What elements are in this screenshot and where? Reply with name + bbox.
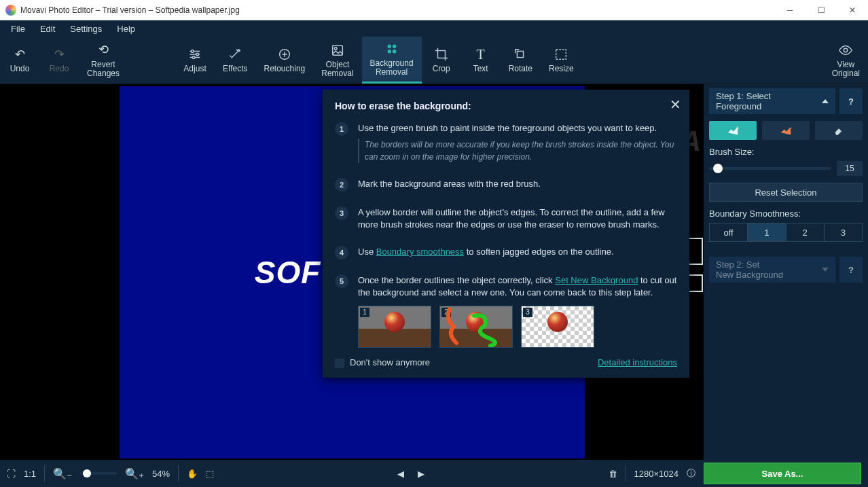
step2-text: Mark the background areas with the red b…: [358, 178, 541, 192]
revert-label: Revert Changes: [87, 60, 120, 78]
setbg-link[interactable]: Set New Background: [555, 275, 638, 285]
window-title: Movavi Photo Editor – Trial version – So…: [20, 5, 240, 15]
zoom-out-button[interactable]: 🔍₋: [53, 467, 72, 480]
resize-icon: [554, 47, 568, 62]
text-label: Text: [473, 65, 488, 73]
chevron-up-icon: [822, 99, 829, 103]
red-brush-button[interactable]: −: [762, 121, 810, 140]
menubar: File Edit Settings Help: [0, 20, 868, 37]
minimize-button[interactable]: ─: [774, 0, 806, 20]
save-as-button[interactable]: Save As...: [704, 463, 861, 484]
retouch-label: Retouching: [264, 65, 306, 73]
brush-size-value[interactable]: 15: [837, 161, 863, 176]
resize-button[interactable]: Resize: [541, 37, 582, 84]
titlebar: Movavi Photo Editor – Trial version – So…: [0, 0, 868, 20]
actual-size-button[interactable]: 1:1: [24, 469, 36, 479]
revert-button[interactable]: ⟲ Revert Changes: [79, 37, 128, 84]
green-brush-button[interactable]: +: [709, 121, 757, 140]
undo-label: Undo: [10, 65, 30, 73]
redo-button[interactable]: ↷ Redo: [39, 37, 79, 84]
info-button[interactable]: ⓘ: [687, 467, 695, 480]
side-panel: Step 1: Select Foreground ? + − Brush Si…: [704, 84, 868, 460]
svg-rect-10: [518, 51, 524, 57]
rotate-button[interactable]: Rotate: [501, 37, 541, 84]
step-number: 5: [335, 274, 348, 288]
smooth-1[interactable]: 1: [748, 223, 786, 241]
help-popup: ✕ How to erase the background: 1 Use the…: [323, 90, 689, 378]
menu-help[interactable]: Help: [110, 22, 142, 35]
effects-label: Effects: [223, 65, 247, 73]
step1-help-button[interactable]: ?: [839, 88, 863, 114]
effects-button[interactable]: Effects: [215, 37, 255, 84]
fullscreen-button[interactable]: ⛶: [7, 469, 16, 479]
bracket-connector: [689, 238, 703, 265]
reset-selection-button[interactable]: Reset Selection: [709, 183, 863, 202]
step1-text: Use the green brush to paint inside the …: [358, 122, 677, 163]
dimensions-label: 1280×1024: [634, 469, 679, 479]
svg-rect-4: [333, 45, 343, 55]
svg-point-8: [387, 50, 391, 54]
svg-point-1: [196, 53, 199, 56]
resize-label: Resize: [549, 65, 574, 73]
step1-label: Step 1: Select Foreground: [716, 91, 771, 111]
text-button[interactable]: T Text: [461, 37, 501, 84]
smooth-2[interactable]: 2: [786, 223, 825, 241]
svg-text:−: −: [789, 125, 793, 132]
popup-close-button[interactable]: ✕: [670, 96, 681, 113]
maximize-button[interactable]: ☐: [806, 0, 837, 20]
example-thumb-2: 2: [439, 306, 513, 348]
svg-point-2: [192, 56, 195, 59]
smooth-off[interactable]: off: [710, 223, 748, 241]
statusbar: ⛶ 1:1 🔍₋ 🔍₊ 54% ✋ ⬚ ◀ ▶ 🗑 1280×1024 ⓘ Sa…: [0, 460, 868, 487]
svg-rect-11: [556, 50, 566, 60]
brush-size-slider[interactable]: [709, 167, 831, 170]
app-logo: [5, 5, 16, 16]
text-icon: T: [473, 47, 488, 62]
prev-button[interactable]: ◀: [397, 469, 404, 479]
delete-button[interactable]: 🗑: [609, 469, 617, 479]
menu-edit[interactable]: Edit: [33, 22, 62, 35]
brush-size-label: Brush Size:: [709, 147, 863, 157]
next-button[interactable]: ▶: [418, 469, 424, 479]
detailed-instructions-link[interactable]: Detailed instructions: [598, 357, 677, 367]
marquee-button[interactable]: ⬚: [206, 469, 214, 479]
step-number: 3: [335, 206, 348, 220]
adjust-button[interactable]: Adjust: [175, 37, 215, 84]
step2-header[interactable]: Step 2: Set New Background: [709, 257, 835, 283]
step-number: 4: [335, 246, 348, 259]
step1-header[interactable]: Step 1: Select Foreground: [709, 88, 835, 114]
bgremoval-icon: [384, 41, 399, 56]
rotate-icon: [513, 47, 528, 62]
step3-text: A yellow border will outline the object'…: [358, 206, 677, 231]
zoom-in-button[interactable]: 🔍₊: [125, 467, 144, 480]
crop-icon: [434, 47, 449, 62]
boundary-link[interactable]: Boundary smoothness: [376, 247, 464, 257]
svg-text:+: +: [736, 125, 740, 132]
effects-icon: [228, 47, 242, 62]
hand-tool-button[interactable]: ✋: [187, 469, 198, 479]
redo-icon: ↷: [52, 47, 67, 62]
menu-settings[interactable]: Settings: [63, 22, 109, 35]
step-number: 2: [335, 178, 348, 192]
smoothness-segments: off 1 2 3: [709, 223, 863, 242]
svg-point-9: [393, 50, 397, 54]
chevron-down-icon: [822, 268, 829, 272]
menu-file[interactable]: File: [4, 22, 32, 35]
object-removal-button[interactable]: Object Removal: [313, 37, 361, 84]
view-original-button[interactable]: View Original: [824, 37, 868, 84]
dont-show-checkbox[interactable]: Don't show anymore: [335, 357, 430, 368]
smooth-3[interactable]: 3: [825, 223, 862, 241]
crop-button[interactable]: Crop: [422, 37, 461, 84]
objrem-label: Object Removal: [321, 60, 353, 78]
undo-button[interactable]: ↶ Undo: [0, 37, 39, 84]
popup-title: How to erase the background:: [335, 101, 677, 111]
smoothness-label: Boundary Smoothness:: [709, 209, 863, 219]
bgrem-label: Background Removal: [370, 59, 414, 77]
close-button[interactable]: ✕: [837, 0, 868, 20]
step2-help-button[interactable]: ?: [839, 257, 863, 283]
vieworig-label: View Original: [832, 60, 860, 78]
eraser-button[interactable]: [815, 121, 863, 140]
zoom-slider[interactable]: [80, 472, 117, 475]
background-removal-button[interactable]: Background Removal: [362, 37, 422, 84]
retouching-button[interactable]: Retouching: [256, 37, 314, 84]
